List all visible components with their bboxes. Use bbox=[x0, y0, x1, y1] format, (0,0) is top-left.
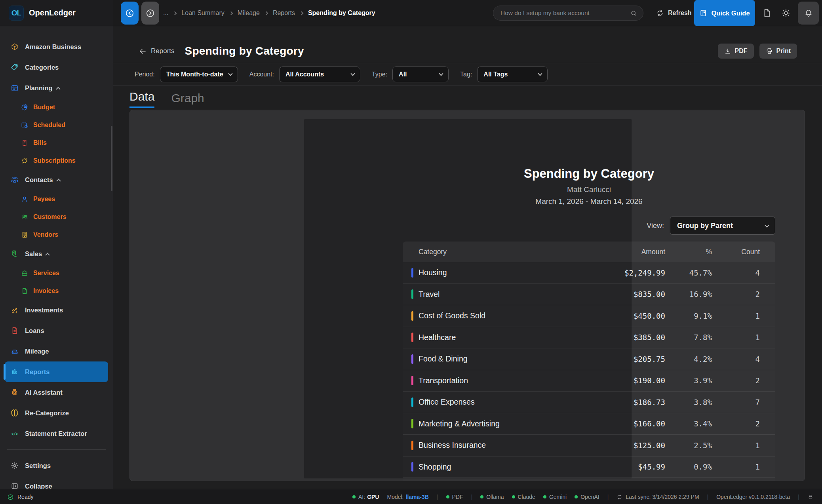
sidebar-item-label: Services bbox=[33, 270, 59, 277]
sidebar: OL OpenLedger Amazon Business Categories… bbox=[0, 0, 113, 489]
table-row[interactable]: Food & Dining $205.75 4.2% 4 bbox=[403, 348, 775, 370]
model-name[interactable]: llama-3B bbox=[406, 494, 429, 500]
sidebar-divider bbox=[7, 449, 106, 450]
receipt-icon bbox=[21, 139, 28, 146]
search-input[interactable] bbox=[500, 10, 630, 17]
status-ai: AI:GPU bbox=[352, 494, 379, 500]
table-row[interactable]: Cost of Goods Sold $450.00 9.1% 1 bbox=[403, 305, 775, 327]
sidebar-item-sales[interactable]: Sales bbox=[5, 243, 108, 264]
account-select[interactable]: All Accounts bbox=[279, 67, 360, 82]
sidebar-item-label: Vendors bbox=[33, 231, 58, 238]
table-row[interactable]: Travel $835.00 16.9% 2 bbox=[403, 284, 775, 306]
table-row[interactable]: Office Expenses $186.73 3.8% 7 bbox=[403, 392, 775, 413]
status-dot-icon bbox=[575, 495, 578, 498]
sidebar-item-re-categorize[interactable]: Re-Categorize bbox=[5, 403, 108, 423]
help-search-box[interactable] bbox=[493, 6, 643, 21]
pie-chart-icon bbox=[21, 104, 28, 111]
breadcrumb-item[interactable]: Reports bbox=[273, 10, 295, 17]
chevron-right-icon bbox=[229, 11, 233, 15]
sidebar-item-budget[interactable]: Budget bbox=[5, 98, 108, 116]
sidebar-scrollbar-thumb[interactable] bbox=[111, 126, 112, 191]
category-name: Marketing & Advertising bbox=[419, 419, 500, 428]
sidebar-item-vendors[interactable]: Vendors bbox=[5, 226, 108, 243]
status-dot-icon bbox=[480, 495, 483, 498]
svg-text:</>: </> bbox=[11, 432, 18, 436]
sidebar-item-invoices[interactable]: Invoices bbox=[5, 282, 108, 300]
status-divider: | bbox=[707, 494, 709, 500]
sidebar-item-categories[interactable]: Categories bbox=[5, 57, 108, 78]
sidebar-item-scheduled[interactable]: Scheduled bbox=[5, 116, 108, 134]
table-row[interactable]: Transportation $190.00 3.9% 2 bbox=[403, 370, 775, 392]
amount-cell: $190.00 bbox=[606, 376, 665, 385]
category-name: Healthcare bbox=[419, 333, 456, 342]
theme-sun-icon[interactable] bbox=[781, 8, 791, 18]
users-icon bbox=[21, 213, 28, 221]
category-color-indicator bbox=[411, 376, 413, 385]
notifications-button[interactable] bbox=[798, 2, 819, 25]
back-to-reports-link[interactable]: Reports bbox=[139, 47, 175, 55]
sidebar-item-planning[interactable]: Planning bbox=[5, 78, 108, 98]
table-row[interactable]: Housing $2,249.99 45.7% 4 bbox=[403, 262, 775, 284]
sidebar-item-settings[interactable]: Settings bbox=[5, 455, 108, 476]
main-area: Reports Spending by Category PDF Print P… bbox=[113, 26, 822, 489]
sidebar-item-payees[interactable]: Payees bbox=[5, 190, 108, 208]
sidebar-item-reports[interactable]: Reports bbox=[5, 361, 108, 382]
count-cell: 2 bbox=[712, 290, 760, 299]
category-name: Shopping bbox=[419, 462, 451, 472]
sidebar-item-label: Re-Categorize bbox=[25, 409, 69, 417]
sidebar-item-mileage[interactable]: Mileage bbox=[5, 341, 108, 361]
quick-guide-button[interactable]: Quick Guide bbox=[694, 0, 755, 26]
breadcrumb-item[interactable]: Mileage bbox=[238, 10, 260, 17]
pdf-button-label: PDF bbox=[735, 48, 748, 55]
sidebar-item-contacts[interactable]: Contacts bbox=[5, 169, 108, 190]
sidebar-item-amazon-business[interactable]: Amazon Business bbox=[5, 36, 108, 57]
status-items: AI:GPU Model:llama-3B | PDF | Ollama Cla… bbox=[352, 489, 814, 504]
sidebar-item-services[interactable]: Services bbox=[5, 264, 108, 282]
tab-data[interactable]: Data bbox=[129, 90, 154, 108]
count-cell: 1 bbox=[712, 441, 760, 450]
chevron-down-icon bbox=[439, 71, 443, 76]
sidebar-item-customers[interactable]: Customers bbox=[5, 208, 108, 226]
table-row[interactable]: Marketing & Advertising $166.00 3.4% 2 bbox=[403, 413, 775, 435]
table-row[interactable]: Business Insurance $125.00 2.5% 1 bbox=[403, 435, 775, 456]
tag-select[interactable]: All Tags bbox=[477, 67, 548, 82]
table-row[interactable]: Utilities $45.00 0.9% 1 bbox=[403, 478, 775, 481]
count-cell: 2 bbox=[712, 376, 760, 385]
page-title: Spending by Category bbox=[185, 45, 304, 57]
type-select[interactable]: All bbox=[392, 67, 449, 82]
chevron-down-icon bbox=[350, 71, 355, 76]
chevron-up-icon bbox=[56, 87, 60, 91]
tag-label: Tag: bbox=[460, 71, 472, 78]
printer-icon bbox=[766, 48, 773, 55]
page-header: Reports Spending by Category PDF Print bbox=[139, 42, 797, 60]
sidebar-item-bills[interactable]: Bills bbox=[5, 134, 108, 152]
document-icon[interactable] bbox=[762, 8, 772, 18]
arrow-circle-left-icon bbox=[125, 8, 135, 18]
table-row[interactable]: Healthcare $385.00 7.8% 1 bbox=[403, 327, 775, 349]
refresh-button[interactable]: Refresh bbox=[656, 0, 692, 26]
sidebar-item-investments[interactable]: Investments bbox=[5, 300, 108, 320]
category-color-indicator bbox=[411, 462, 413, 472]
category-name: Business Insurance bbox=[419, 441, 486, 450]
tab-graph[interactable]: Graph bbox=[171, 91, 204, 108]
amount-cell: $45.99 bbox=[606, 462, 665, 471]
period-label: Period: bbox=[135, 71, 155, 78]
arrow-circle-right-icon bbox=[145, 8, 155, 18]
period-select[interactable]: This Month-to-date bbox=[160, 67, 238, 82]
view-tabs: Data Graph bbox=[129, 91, 204, 108]
breadcrumb-ellipsis[interactable]: ... bbox=[163, 10, 168, 17]
forward-button[interactable] bbox=[141, 2, 159, 25]
sidebar-item-statement-extractor[interactable]: </> Statement Extractor bbox=[5, 423, 108, 444]
breadcrumb-item[interactable]: Loan Summary bbox=[181, 10, 225, 17]
sidebar-item-ai-assistant[interactable]: AI Assistant bbox=[5, 382, 108, 403]
print-button[interactable]: Print bbox=[759, 44, 797, 59]
sidebar-item-loans[interactable]: Loans bbox=[5, 320, 108, 341]
briefcase-icon bbox=[21, 270, 28, 277]
pdf-button[interactable]: PDF bbox=[718, 44, 754, 59]
sidebar-item-subscriptions[interactable]: Subscriptions bbox=[5, 152, 108, 169]
table-row[interactable]: Shopping $45.99 0.9% 1 bbox=[403, 456, 775, 478]
back-button[interactable] bbox=[121, 2, 139, 25]
trending-up-icon bbox=[11, 306, 19, 314]
view-select[interactable]: Group by Parent bbox=[670, 217, 775, 235]
category-name: Food & Dining bbox=[419, 354, 468, 363]
